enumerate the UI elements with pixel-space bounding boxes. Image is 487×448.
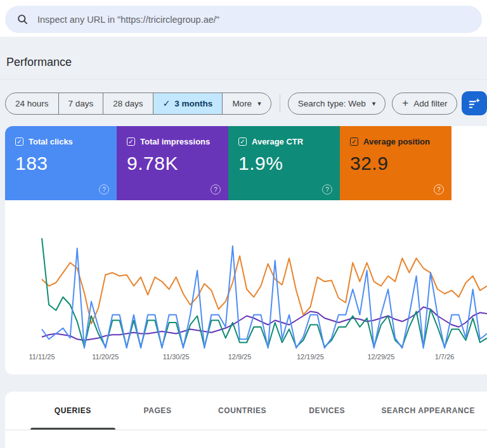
- metric-card-average-ctr[interactable]: ✓ Average CTR 1.9% ?: [228, 126, 340, 200]
- dimension-tabs-panel: QUERIES PAGES COUNTRIES DEVICES SEARCH A…: [5, 392, 487, 448]
- metric-label: Average position: [363, 137, 430, 146]
- plus-icon: +: [402, 97, 408, 110]
- date-range-28-days[interactable]: 28 days: [103, 93, 152, 114]
- date-range-label: 24 hours: [15, 99, 49, 108]
- metric-cards-row: ✓ Total clicks 183 ? ✓ Total impressions…: [5, 126, 487, 200]
- tab-label: COUNTRIES: [218, 406, 266, 415]
- chevron-down-icon: ▾: [257, 99, 261, 108]
- date-range-7-days[interactable]: 7 days: [58, 93, 103, 114]
- metric-card-total-impressions[interactable]: ✓ Total impressions 9.78K ?: [117, 126, 228, 200]
- date-range-label: 7 days: [68, 99, 94, 108]
- metric-label: Total impressions: [140, 137, 210, 146]
- top-header: [0, 0, 487, 37]
- page-title: Performance: [6, 56, 487, 69]
- date-range-more[interactable]: More ▾: [222, 93, 270, 114]
- filter-bar: 24 hours 7 days 28 days ✓ 3 months More …: [0, 91, 487, 115]
- date-range-3-months[interactable]: ✓ 3 months: [153, 93, 223, 114]
- checkbox-checked-icon[interactable]: ✓: [350, 138, 358, 146]
- dimension-tablist: QUERIES PAGES COUNTRIES DEVICES SEARCH A…: [5, 392, 487, 430]
- metric-value: 1.9%: [238, 153, 330, 174]
- search-type-label: Search type: Web: [298, 99, 366, 108]
- tab-queries[interactable]: QUERIES: [30, 392, 115, 430]
- performance-panel: ✓ Total clicks 183 ? ✓ Total impressions…: [5, 126, 487, 374]
- search-type-chip[interactable]: Search type: Web ▾: [288, 93, 386, 115]
- x-axis-tick-label: 1/7/26: [435, 353, 455, 361]
- help-icon[interactable]: ?: [99, 184, 109, 195]
- date-range-24-hours[interactable]: 24 hours: [6, 93, 58, 114]
- add-filter-label: Add filter: [413, 99, 447, 108]
- url-inspect-search[interactable]: [5, 6, 482, 33]
- metric-value: 183: [15, 153, 107, 174]
- metric-card-header: ✓ Total clicks: [15, 137, 107, 146]
- tab-label: DEVICES: [309, 406, 345, 415]
- tab-search-appearance[interactable]: SEARCH APPEARANCE: [370, 392, 487, 430]
- x-axis-tick-label: 12/9/25: [228, 353, 252, 361]
- add-filter-chip[interactable]: + Add filter: [392, 93, 457, 115]
- date-range-label: 28 days: [113, 99, 143, 108]
- metric-card-header: ✓ Total impressions: [127, 137, 218, 146]
- x-axis-tick-label: 12/19/25: [297, 353, 324, 361]
- help-icon[interactable]: ?: [211, 184, 221, 195]
- metric-label: Average CTR: [252, 137, 303, 146]
- x-axis-tick-label: 11/30/25: [163, 353, 190, 361]
- tab-label: SEARCH APPEARANCE: [381, 406, 475, 415]
- tab-label: PAGES: [143, 406, 171, 415]
- metric-card-header: ✓ Average position: [350, 137, 441, 146]
- x-axis-tick-label: 11/20/25: [92, 353, 119, 361]
- tab-label: QUERIES: [55, 406, 91, 415]
- date-range-label: More: [232, 99, 252, 108]
- filter-bar-divider: [280, 94, 280, 112]
- chevron-down-icon: ▾: [372, 99, 376, 108]
- help-icon[interactable]: ?: [434, 184, 444, 195]
- metric-card-total-clicks[interactable]: ✓ Total clicks 183 ?: [5, 126, 117, 200]
- tune-sparkle-icon: [467, 96, 481, 110]
- date-range-group: 24 hours 7 days 28 days ✓ 3 months More …: [5, 93, 271, 115]
- tab-pages[interactable]: PAGES: [115, 392, 200, 430]
- title-divider: [0, 79, 487, 80]
- checkbox-checked-icon[interactable]: ✓: [127, 138, 135, 146]
- checkbox-checked-icon[interactable]: ✓: [238, 138, 247, 146]
- tab-devices[interactable]: DEVICES: [285, 392, 370, 430]
- metric-card-header: ✓ Average CTR: [238, 137, 330, 146]
- filter-sparkle-button[interactable]: [462, 91, 487, 115]
- performance-chart[interactable]: 11/11/2511/20/2511/30/2512/9/2512/19/251…: [5, 213, 487, 362]
- x-axis-tick-label: 12/29/25: [367, 353, 394, 361]
- check-icon: ✓: [163, 98, 171, 108]
- x-axis-tick-label: 11/11/25: [29, 353, 55, 361]
- metric-value: 9.78K: [127, 153, 218, 174]
- date-range-label: 3 months: [174, 99, 212, 108]
- help-icon[interactable]: ?: [322, 184, 332, 195]
- metric-card-average-position[interactable]: ✓ Average position 32.9 ?: [340, 126, 451, 200]
- checkbox-checked-icon[interactable]: ✓: [15, 138, 23, 146]
- metric-value: 32.9: [350, 153, 441, 174]
- search-icon: [16, 13, 29, 25]
- tab-countries[interactable]: COUNTRIES: [200, 392, 285, 430]
- metric-label: Total clicks: [29, 137, 73, 146]
- url-inspect-input[interactable]: [37, 15, 471, 25]
